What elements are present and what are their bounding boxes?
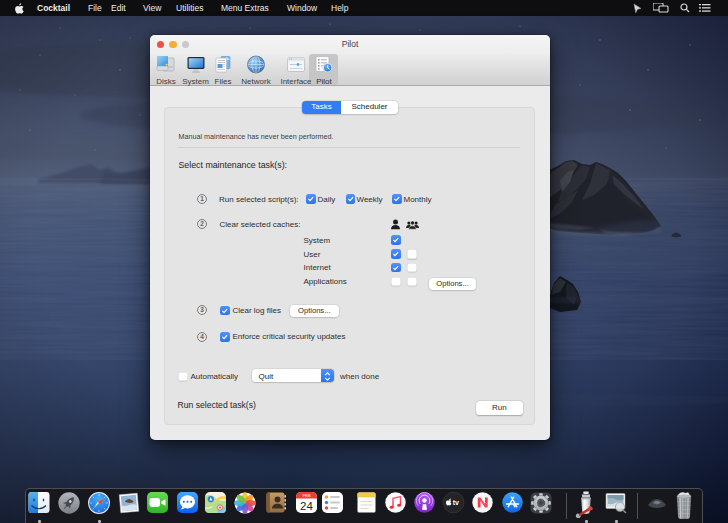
svg-text:tv: tv bbox=[453, 499, 459, 506]
svg-text:FEB: FEB bbox=[302, 493, 310, 498]
svg-text:24: 24 bbox=[300, 500, 313, 512]
